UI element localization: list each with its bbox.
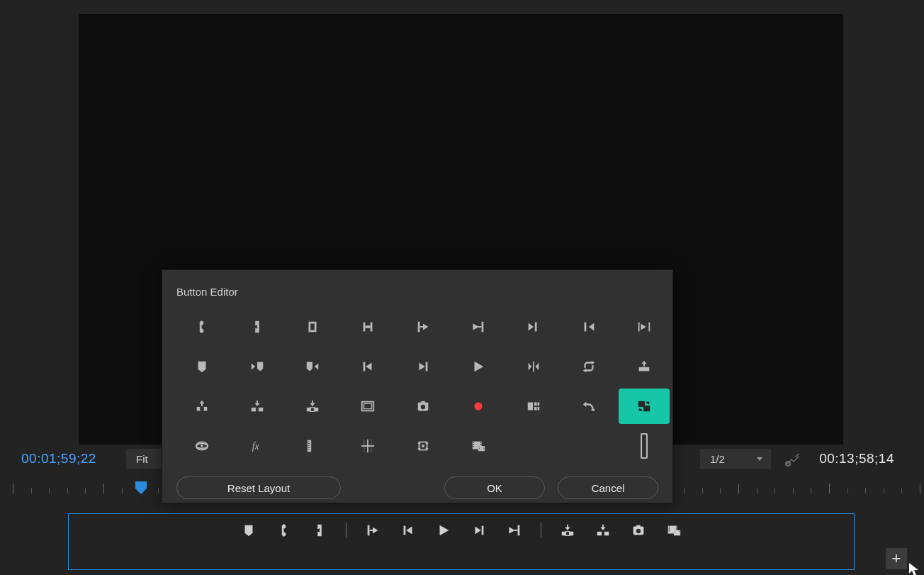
svg-rect-8 — [562, 532, 566, 536]
go-to-next-edit-icon[interactable] — [508, 309, 559, 345]
overwrite-icon[interactable] — [176, 389, 227, 424]
cancel-button[interactable]: Cancel — [558, 476, 658, 499]
empty-cell — [508, 428, 559, 464]
ruler-icon[interactable] — [287, 428, 338, 464]
svg-rect-10 — [565, 532, 570, 536]
loop-icon[interactable] — [563, 349, 614, 384]
dialog-button-row: Reset Layout OK Cancel — [176, 476, 658, 499]
svg-rect-25 — [675, 532, 675, 533]
crop-icon[interactable] — [398, 428, 449, 464]
go-to-prev-edit-icon[interactable] — [563, 309, 614, 345]
svg-rect-75 — [308, 450, 310, 450]
svg-rect-61 — [538, 403, 540, 406]
svg-point-58 — [475, 403, 483, 411]
resolution-select[interactable]: 1/2 — [700, 449, 771, 469]
add-marker-button[interactable] — [240, 521, 258, 540]
svg-rect-44 — [533, 362, 534, 372]
go-to-out-button[interactable] — [505, 521, 524, 540]
svg-rect-91 — [479, 448, 480, 449]
svg-rect-93 — [483, 448, 484, 449]
timecode-duration: 00:13;58;14 — [819, 451, 894, 467]
svg-text:fx: fx — [252, 441, 259, 452]
svg-rect-38 — [535, 323, 537, 332]
record-icon[interactable] — [453, 389, 504, 424]
svg-rect-37 — [478, 326, 482, 328]
lift-button[interactable] — [558, 521, 577, 540]
play-in-to-out-icon[interactable] — [619, 309, 670, 345]
svg-rect-86 — [480, 442, 481, 443]
svg-rect-54 — [364, 403, 372, 408]
export-frame-icon[interactable] — [398, 389, 449, 424]
svg-rect-15 — [636, 525, 641, 527]
svg-rect-49 — [259, 408, 263, 412]
svg-rect-51 — [315, 408, 319, 412]
svg-rect-83 — [473, 442, 474, 443]
svg-rect-85 — [473, 446, 474, 447]
svg-rect-18 — [669, 528, 670, 529]
button-editor-dialog: Button Editor fx Reset Layout OK Cancel — [162, 269, 673, 503]
insert-icon[interactable] — [619, 349, 670, 384]
svg-rect-43 — [426, 362, 428, 372]
add-marker-icon[interactable] — [176, 349, 227, 384]
ok-button[interactable]: OK — [444, 476, 545, 499]
export-frame-button[interactable] — [629, 521, 648, 540]
svg-rect-57 — [421, 401, 425, 403]
mark-in-button[interactable] — [275, 521, 293, 540]
svg-rect-81 — [422, 445, 424, 447]
play-icon[interactable] — [453, 349, 504, 384]
go-to-in-icon[interactable] — [398, 309, 449, 345]
svg-rect-84 — [473, 444, 474, 445]
proxy-button[interactable] — [665, 521, 683, 540]
add-button[interactable]: + — [886, 548, 907, 569]
settings-wrench-icon[interactable] — [784, 451, 801, 468]
extract-icon[interactable] — [232, 389, 283, 424]
step-back-button[interactable] — [399, 521, 417, 540]
mark-out-button[interactable] — [310, 521, 329, 540]
play-button[interactable] — [434, 521, 453, 540]
svg-rect-79 — [371, 440, 372, 452]
svg-rect-32 — [371, 323, 373, 332]
svg-rect-31 — [364, 323, 366, 332]
empty-cell — [563, 428, 614, 464]
lift-icon[interactable] — [287, 389, 338, 424]
guides-icon[interactable] — [342, 428, 393, 464]
mark-clip-icon[interactable] — [287, 309, 338, 345]
extract-button[interactable] — [594, 521, 612, 540]
go-to-out-icon[interactable] — [453, 309, 504, 345]
safe-margins-icon[interactable] — [342, 389, 393, 424]
svg-rect-62 — [534, 407, 537, 411]
svg-rect-87 — [480, 444, 481, 445]
svg-rect-4 — [404, 526, 406, 535]
playhead-icon[interactable] — [135, 481, 147, 496]
cursor-icon — [908, 562, 920, 575]
svg-rect-36 — [482, 322, 484, 333]
svg-rect-28 — [257, 321, 259, 333]
proxy-icon[interactable] — [453, 428, 504, 464]
svg-rect-17 — [669, 527, 670, 527]
svg-point-56 — [421, 405, 425, 409]
go-to-next-marker-icon[interactable] — [232, 349, 283, 384]
multicam-icon[interactable] — [508, 389, 559, 424]
mark-selection-icon[interactable] — [342, 309, 393, 345]
transport-separator — [346, 523, 346, 538]
vr-video-icon[interactable] — [176, 428, 227, 464]
svg-rect-35 — [419, 326, 424, 328]
go-to-prev-marker-icon[interactable] — [287, 349, 338, 384]
svg-rect-42 — [364, 362, 366, 372]
mark-in-icon[interactable] — [176, 309, 227, 345]
go-to-in-button[interactable] — [364, 521, 382, 540]
svg-rect-92 — [483, 447, 484, 447]
mark-out-icon[interactable] — [232, 309, 283, 345]
fx-mute-icon[interactable]: fx — [232, 428, 283, 464]
reset-layout-button[interactable]: Reset Layout — [176, 476, 341, 499]
separator-vbar[interactable] — [619, 428, 670, 464]
svg-rect-64 — [592, 409, 595, 411]
timecode-current[interactable]: 00:01;59;22 — [21, 451, 96, 467]
svg-rect-47 — [200, 407, 204, 411]
comparison-view-icon[interactable] — [619, 389, 670, 424]
undo-edit-icon[interactable] — [563, 389, 614, 424]
step-forward-icon[interactable] — [398, 349, 449, 384]
step-forward-button[interactable] — [470, 521, 488, 540]
play-around-icon[interactable] — [508, 349, 559, 384]
step-back-icon[interactable] — [342, 349, 393, 384]
